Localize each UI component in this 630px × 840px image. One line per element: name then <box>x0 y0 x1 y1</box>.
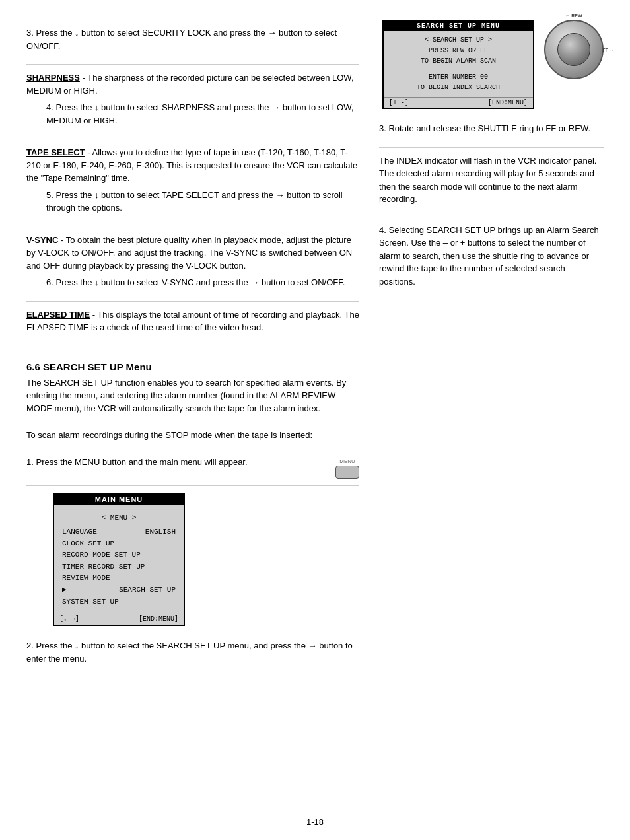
search-setup-para2: To scan alarm recordings during the STOP… <box>26 429 359 442</box>
search-menu-line3: TO BEGIN ALARM SCAN <box>390 56 526 67</box>
step6-text: Press the ↓ button to select V-SYNC and … <box>55 277 345 287</box>
right-column: SEARCH SET UP MENU < SEARCH SET UP > PRE… <box>379 20 604 677</box>
menu-item-language-label: LANGUAGE <box>62 526 97 538</box>
menu-item-search-setup-label: SEARCH SET UP <box>119 584 176 596</box>
step6-num: 6. <box>46 277 53 287</box>
step4-sharpness: 4. Press the ↓ button to select SHARPNES… <box>26 101 359 127</box>
main-menu-title: MAIN MENU <box>54 494 184 505</box>
search-menu-footer-left: [+ -] <box>389 99 409 106</box>
step1-num: 1. <box>26 457 34 467</box>
menu-button-area: MENU <box>335 458 359 479</box>
search-menu-body: < SEARCH SET UP > PRESS REW OR FF TO BEG… <box>384 31 533 97</box>
menu-item-record-mode-label: RECORD MODE SET UP <box>62 549 141 561</box>
menu-item-timer-record-label: TIMER RECORD SET UP <box>62 561 145 573</box>
search-menu-footer: [+ -] [END:MENU] <box>384 97 533 108</box>
shuttle-label-rew: ← REW <box>565 13 582 18</box>
sharpness-title: SHARPNESS <box>26 73 80 83</box>
menu-item-record-mode: RECORD MODE SET UP <box>62 549 176 561</box>
menu-item-review-mode-label: REVIEW MODE <box>62 573 110 584</box>
main-menu-footer-left: [↓ →] <box>59 615 79 623</box>
search-menu-line2: PRESS REW OR FF <box>390 46 526 56</box>
search-setup-heading: 6.6 SEARCH SET UP Menu <box>26 361 359 372</box>
elapsed-time-desc: ELAPSED TIME - This displays the total a… <box>26 308 359 334</box>
step4-num: 4. <box>46 102 53 112</box>
step2-text: Press the ↓ button to select the SEARCH … <box>26 641 353 664</box>
step3-right-num: 3. <box>379 123 386 133</box>
search-setup-section: 6.6 SEARCH SET UP Menu The SEARCH SET UP… <box>26 345 359 678</box>
step5-text: Press the ↓ button to select TAPE SELECT… <box>46 190 343 213</box>
menu-label: MENU <box>335 458 359 464</box>
search-menu-spacer <box>390 67 526 72</box>
step3-right: 3. Rotate and release the SHUTTLE ring t… <box>379 122 604 135</box>
left-column: 3. Press the ↓ button to select SECURITY… <box>26 20 359 677</box>
tape-select-section: TAPE SELECT - Allows you to define the t… <box>26 139 359 227</box>
menu-item-timer-record: TIMER RECORD SET UP <box>62 561 176 573</box>
step2-num: 2. <box>26 641 34 650</box>
right-top-area: SEARCH SET UP MENU < SEARCH SET UP > PRE… <box>379 20 604 116</box>
shuttle-outer-ring <box>544 20 604 79</box>
search-menu-footer-right: [END:MENU] <box>488 99 528 106</box>
menu-item-review-mode: REVIEW MODE <box>62 573 176 584</box>
step4-right-text: Selecting SEARCH SET UP brings up an Ala… <box>379 225 599 287</box>
page: 3. Press the ↓ button to select SECURITY… <box>0 0 630 840</box>
page-number: 1-18 <box>0 817 630 827</box>
index-para-text: The INDEX indicator will flash in the VC… <box>379 155 604 206</box>
search-menu-box: SEARCH SET UP MENU < SEARCH SET UP > PRE… <box>382 20 534 109</box>
main-menu-footer-right: [END:MENU] <box>139 615 178 623</box>
step5-num: 5. <box>46 190 53 200</box>
shuttle-label-ff: FF → <box>603 48 615 52</box>
step4-text: Press the ↓ button to select SHARPNESS a… <box>46 102 353 125</box>
step4-right: 4. Selecting SEARCH SET UP brings up an … <box>379 224 604 289</box>
main-menu-box: MAIN MENU < MENU > LANGUAGE ENGLISH CLOC… <box>53 493 185 627</box>
index-para-section: The INDEX indicator will flash in the VC… <box>379 155 604 217</box>
menu-button[interactable] <box>335 466 359 479</box>
step1-text: Press the MENU button and the main menu … <box>36 457 247 467</box>
step4-right-num: 4. <box>379 225 386 235</box>
step2-text-block: 2. Press the ↓ button to select the SEAR… <box>26 639 359 665</box>
menu-item-language: LANGUAGE ENGLISH <box>62 526 176 538</box>
two-column-layout: 3. Press the ↓ button to select SECURITY… <box>26 20 604 677</box>
right-top-section: SEARCH SET UP MENU < SEARCH SET UP > PRE… <box>379 20 604 148</box>
menu-item-system-setup-label: SYSTEM SET UP <box>62 596 119 608</box>
menu-item-language-value: ENGLISH <box>145 526 176 538</box>
step6-vsync: 6. Press the ↓ button to select V-SYNC a… <box>26 276 359 289</box>
step3-security: 3. Press the ↓ button to select SECURITY… <box>26 26 359 52</box>
main-menu-footer: [↓ →] [END:MENU] <box>54 613 184 625</box>
search-menu-title: SEARCH SET UP MENU <box>384 21 533 31</box>
step3-num: 3. <box>26 28 34 38</box>
main-menu-items: LANGUAGE ENGLISH CLOCK SET UP RECORD MOD… <box>62 526 176 608</box>
main-menu-body: < MENU > LANGUAGE ENGLISH CLOCK SET UP R… <box>54 505 184 613</box>
step4-right-section: 4. Selecting SEARCH SET UP brings up an … <box>379 224 604 301</box>
v-sync-body: - To obtain the best picture quality whe… <box>26 235 352 271</box>
search-menu-line6: TO BEGIN INDEX SEARCH <box>390 83 526 93</box>
step2-row: 2. Press the ↓ button to select the SEAR… <box>26 633 359 665</box>
shuttle-inner-knob <box>557 33 590 66</box>
security-lock-section: 3. Press the ↓ button to select SECURITY… <box>26 20 359 65</box>
sharpness-desc: SHARPNESS - The sharpness of the recorde… <box>26 71 359 97</box>
search-menu-line1: < SEARCH SET UP > <box>390 35 526 46</box>
menu-item-clock-label: CLOCK SET UP <box>62 538 114 550</box>
main-menu-header: < MENU > <box>62 510 176 524</box>
menu-item-search-setup: SEARCH SET UP <box>62 584 176 596</box>
step1-row: 1. Press the MENU button and the main me… <box>26 456 359 486</box>
menu-item-system-setup: SYSTEM SET UP <box>62 596 176 608</box>
search-setup-para1: The SEARCH SET UP function enables you t… <box>26 376 359 415</box>
step3-right-text: Rotate and release the SHUTTLE ring to F… <box>388 123 590 133</box>
v-sync-title: V-SYNC <box>26 235 58 245</box>
sharpness-section: SHARPNESS - The sharpness of the recorde… <box>26 65 359 139</box>
v-sync-desc: V-SYNC - To obtain the best picture qual… <box>26 234 359 273</box>
shuttle-knob-container: ← REW FF → <box>544 20 604 79</box>
search-menu-line5: ENTER NUMBER 00 <box>390 72 526 83</box>
step5-tape: 5. Press the ↓ button to select TAPE SEL… <box>26 189 359 215</box>
step3-text: Press the ↓ button to select SECURITY LO… <box>26 28 337 51</box>
menu-item-clock: CLOCK SET UP <box>62 538 176 550</box>
tape-select-title: TAPE SELECT <box>26 147 85 157</box>
elapsed-time-title: ELAPSED TIME <box>26 310 90 320</box>
elapsed-time-section: ELAPSED TIME - This displays the total a… <box>26 302 359 345</box>
tape-select-desc: TAPE SELECT - Allows you to define the t… <box>26 146 359 185</box>
step1-text-block: 1. Press the MENU button and the main me… <box>26 456 329 469</box>
v-sync-section: V-SYNC - To obtain the best picture qual… <box>26 227 359 302</box>
